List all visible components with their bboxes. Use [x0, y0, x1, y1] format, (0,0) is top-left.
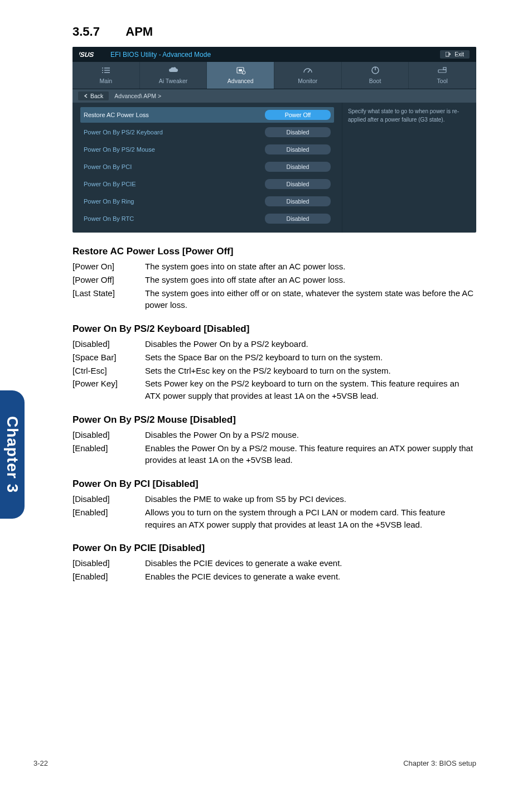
tab-main[interactable]: Main	[72, 62, 140, 89]
option-row: [Enabled]Allows you to turn on the syste…	[72, 506, 476, 531]
section-heading: 3.5.7 APM	[72, 25, 476, 39]
option-key: [Disabled]	[72, 338, 145, 350]
option-row: [Space Bar]Sets the Space Bar on the PS/…	[72, 351, 476, 364]
option-desc: Enables the Power On by a PS/2 mouse. Th…	[145, 442, 476, 467]
option-desc: Disables the Power On by a PS/2 keyboard…	[145, 338, 308, 350]
chapter-tab: Chapter 3	[0, 390, 25, 519]
back-label: Back	[90, 93, 103, 99]
exit-label: Exit	[454, 51, 464, 57]
bios-screenshot: /SUS EFI BIOS Utility - Advanced Mode Ex…	[72, 47, 476, 233]
option-heading: Power On By PS/2 Keyboard [Disabled]	[72, 323, 476, 335]
setting-label: Power On By PCIE	[84, 181, 136, 187]
option-key: [Space Bar]	[72, 351, 145, 364]
breadcrumb-path: Advanced\ APM >	[114, 93, 161, 99]
asus-logo-icon: /SUS	[79, 51, 106, 58]
tab-monitor[interactable]: Monitor	[274, 62, 342, 89]
setting-value[interactable]: Power Off	[265, 110, 331, 120]
setting-power-on-ring[interactable]: Power On By Ring Disabled	[80, 194, 334, 209]
tab-tool[interactable]: Tool	[409, 62, 476, 89]
option-key: [Enabled]	[72, 571, 145, 583]
option-desc: The system goes into off state after an …	[145, 274, 345, 286]
page-footer-right: Chapter 3: BIOS setup	[403, 759, 476, 767]
setting-value[interactable]: Disabled	[265, 196, 331, 206]
setting-value[interactable]: Disabled	[265, 179, 331, 189]
page-number: 3-22	[33, 759, 48, 767]
setting-power-on-pci[interactable]: Power On By PCI Disabled	[80, 159, 334, 175]
tab-label: Tool	[437, 78, 448, 84]
bios-brand: /SUS EFI BIOS Utility - Advanced Mode	[79, 51, 211, 59]
tab-label: Main	[99, 78, 112, 84]
option-heading: Power On By PCI [Disabled]	[72, 479, 476, 490]
setting-label: Power On By PS/2 Keyboard	[84, 129, 163, 136]
option-row: [Enabled]Enables the Power On by a PS/2 …	[72, 442, 476, 467]
svg-text:i: i	[243, 71, 243, 74]
bios-titlebar: /SUS EFI BIOS Utility - Advanced Mode Ex…	[72, 47, 476, 62]
section-title: APM	[125, 25, 153, 38]
svg-rect-15	[438, 70, 446, 73]
option-row: [Disabled]Disables the Power On by a PS/…	[72, 429, 476, 441]
tab-label: Ai Tweaker	[159, 78, 188, 84]
svg-rect-16	[443, 67, 446, 70]
svg-rect-9	[239, 69, 242, 71]
option-row: [Last State]The system goes into either …	[72, 287, 476, 312]
power-icon	[369, 65, 381, 75]
bios-tabs: Main Ai Tweaker i Advanced Monitor	[72, 62, 476, 89]
setting-power-on-pcie[interactable]: Power On By PCIE Disabled	[80, 176, 334, 192]
option-heading: Power On By PS/2 Mouse [Disabled]	[72, 414, 476, 426]
setting-label: Power On By PCI	[84, 163, 132, 170]
svg-text:/SUS: /SUS	[79, 51, 95, 58]
setting-power-on-rtc[interactable]: Power On By RTC Disabled	[80, 211, 334, 226]
setting-label: Power On By PS/2 Mouse	[84, 146, 155, 153]
option-row: [Ctrl-Esc]Sets the Ctrl+Esc key on the P…	[72, 365, 476, 377]
setting-restore-ac-power-loss[interactable]: Restore AC Power Loss Power Off	[80, 107, 334, 123]
tab-label: Boot	[369, 78, 381, 84]
option-row: [Power Key]Sets Power key on the PS/2 ke…	[72, 378, 476, 402]
svg-line-12	[308, 70, 310, 73]
option-desc: The system goes into either off or on st…	[145, 287, 476, 312]
option-heading: Restore AC Power Loss [Power Off]	[72, 246, 476, 257]
tab-ai-tweaker[interactable]: Ai Tweaker	[140, 62, 207, 89]
list-icon	[100, 65, 112, 75]
option-row: [Disabled]Disables the PME to wake up fr…	[72, 493, 476, 505]
setting-value[interactable]: Disabled	[265, 144, 331, 154]
option-desc: Disables the PME to wake up from S5 by P…	[145, 493, 346, 505]
tab-advanced[interactable]: i Advanced	[207, 62, 274, 89]
back-button[interactable]: Back	[78, 91, 109, 100]
bios-help-text: Specify what state to go to when power i…	[348, 108, 459, 123]
section-number: 3.5.7	[72, 25, 123, 39]
option-row: [Enabled]Enables the PCIE devices to gen…	[72, 571, 476, 583]
option-desc: The system goes into on state after an A…	[145, 260, 345, 273]
tab-boot[interactable]: Boot	[342, 62, 409, 89]
option-row: [Power On]The system goes into on state …	[72, 260, 476, 273]
option-key: [Last State]	[72, 287, 145, 312]
setting-label: Power On By RTC	[84, 215, 134, 222]
option-key: [Disabled]	[72, 429, 145, 441]
setting-value[interactable]: Disabled	[265, 214, 331, 224]
option-key: [Ctrl-Esc]	[72, 365, 145, 377]
option-row: [Disabled]Disables the PCIE devices to g…	[72, 557, 476, 569]
option-desc: Disables the PCIE devices to generate a …	[145, 557, 342, 569]
back-arrow-icon	[84, 94, 88, 98]
tool-icon	[436, 65, 448, 75]
setting-power-on-ps2-mouse[interactable]: Power On By PS/2 Mouse Disabled	[80, 142, 334, 157]
gauge-icon	[302, 65, 314, 75]
option-key: [Power On]	[72, 260, 145, 273]
setting-label: Restore AC Power Loss	[84, 112, 149, 118]
exit-icon	[446, 52, 451, 57]
bios-breadcrumb: Back Advanced\ APM >	[72, 89, 476, 103]
cloud-icon	[167, 65, 180, 75]
option-desc: Enables the PCIE devices to generate a w…	[145, 571, 340, 583]
exit-button[interactable]: Exit	[440, 50, 470, 59]
chapter-tab-label: Chapter 3	[3, 416, 21, 493]
option-key: [Enabled]	[72, 442, 145, 467]
option-key: [Power Key]	[72, 378, 145, 402]
tab-label: Monitor	[298, 78, 317, 84]
setting-label: Power On By Ring	[84, 198, 134, 205]
setting-value[interactable]: Disabled	[265, 162, 331, 172]
setting-power-on-ps2-keyboard[interactable]: Power On By PS/2 Keyboard Disabled	[80, 124, 334, 140]
bios-help-panel: Specify what state to go to when power i…	[342, 103, 476, 233]
option-desc: Sets the Ctrl+Esc key on the PS/2 keyboa…	[145, 365, 391, 377]
option-key: [Enabled]	[72, 506, 145, 531]
setting-value[interactable]: Disabled	[265, 127, 331, 137]
option-desc: Sets Power key on the PS/2 keyboard to t…	[145, 378, 476, 402]
